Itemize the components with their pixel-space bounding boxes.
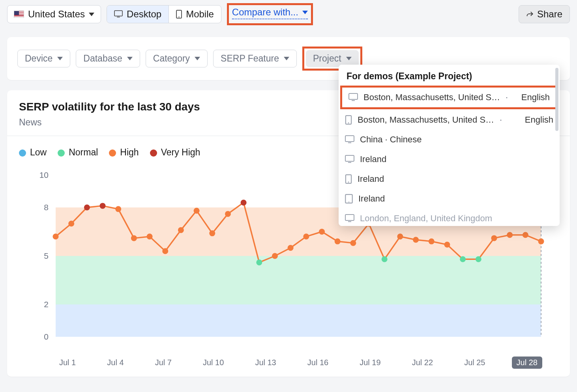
- compare-highlight-box: Compare with...: [227, 3, 313, 25]
- serp-feature-filter[interactable]: SERP Feature: [213, 50, 297, 67]
- mobile-icon: [176, 10, 182, 19]
- svg-point-13: [348, 181, 349, 183]
- dropdown-item[interactable]: Ireland: [339, 149, 560, 169]
- dropdown-item-location: Ireland: [358, 174, 384, 184]
- filter-panel: Device Database Category SERP Feature Pr…: [7, 37, 570, 80]
- svg-rect-1: [117, 17, 120, 17]
- x-axis-label[interactable]: Jul 7: [150, 357, 176, 369]
- svg-rect-19: [56, 256, 541, 304]
- chart-title: SERP volatility for the last 30 days: [19, 101, 200, 113]
- desktop-label: Desktop: [127, 9, 161, 20]
- x-axis-label[interactable]: Jul 16: [303, 357, 333, 369]
- x-axis-label[interactable]: Jul 1: [54, 357, 81, 369]
- project-filter-label: Project: [313, 53, 341, 64]
- dropdown-item-location: China · Chinese: [360, 134, 422, 145]
- svg-point-41: [256, 259, 262, 265]
- svg-text:10: 10: [39, 170, 49, 179]
- dropdown-item[interactable]: China · Chinese: [339, 130, 560, 149]
- mobile-segment[interactable]: Mobile: [169, 6, 221, 23]
- svg-point-7: [348, 122, 349, 123]
- dropdown-item[interactable]: Boston, Massachusetts, United S… ·Englis…: [339, 110, 560, 130]
- svg-point-34: [147, 233, 153, 239]
- legend-high[interactable]: High: [109, 147, 139, 158]
- svg-point-43: [288, 245, 294, 251]
- svg-point-57: [507, 232, 513, 238]
- device-filter[interactable]: Device: [17, 50, 70, 67]
- x-axis-label[interactable]: Jul 25: [459, 357, 490, 369]
- svg-point-56: [491, 235, 497, 241]
- svg-rect-9: [348, 142, 351, 143]
- share-button[interactable]: Share: [519, 5, 570, 23]
- svg-text:5: 5: [44, 251, 49, 260]
- x-axis-label[interactable]: Jul 28: [512, 357, 542, 369]
- dropdown-item[interactable]: Ireland: [339, 169, 560, 189]
- svg-point-35: [162, 248, 168, 254]
- svg-point-46: [335, 239, 341, 245]
- chevron-down-icon: [195, 57, 200, 60]
- dropdown-item-location: Boston, Massachusetts, United S…: [358, 115, 494, 125]
- svg-text:8: 8: [44, 203, 49, 212]
- x-axis-label[interactable]: Jul 19: [355, 357, 385, 369]
- database-filter[interactable]: Database: [76, 50, 140, 67]
- x-axis-label[interactable]: Jul 13: [250, 357, 281, 369]
- svg-point-15: [348, 202, 349, 202]
- svg-point-55: [476, 256, 481, 262]
- dropdown-header: For demos (Example Project): [339, 65, 560, 86]
- svg-point-42: [272, 253, 278, 259]
- share-label: Share: [537, 9, 562, 20]
- svg-point-32: [115, 206, 121, 212]
- svg-rect-0: [114, 11, 122, 16]
- svg-text:2: 2: [44, 300, 49, 309]
- chevron-down-icon: [302, 11, 308, 14]
- svg-point-52: [429, 239, 435, 245]
- x-axis-label[interactable]: Jul 10: [198, 357, 229, 369]
- svg-point-53: [444, 242, 450, 248]
- chart-subtitle: News: [19, 117, 200, 128]
- desktop-icon: [345, 155, 354, 164]
- dropdown-item-location: Ireland: [358, 194, 385, 204]
- svg-point-50: [397, 233, 403, 239]
- svg-point-40: [241, 200, 247, 205]
- dot-low-icon: [19, 149, 26, 157]
- category-filter-label: Category: [153, 53, 190, 64]
- chevron-down-icon: [346, 57, 352, 60]
- chevron-down-icon: [127, 57, 133, 60]
- svg-rect-5: [352, 100, 355, 101]
- desktop-icon: [348, 93, 358, 102]
- mobile-label: Mobile: [186, 9, 214, 20]
- svg-point-51: [413, 237, 419, 243]
- dropdown-item-location: Boston, Massachusetts, United S…: [363, 92, 500, 103]
- svg-point-49: [382, 256, 388, 262]
- legend-vhigh[interactable]: Very High: [150, 147, 200, 158]
- svg-point-30: [84, 205, 90, 211]
- legend-low[interactable]: Low: [19, 147, 47, 158]
- tablet-icon: [345, 194, 353, 203]
- country-selector[interactable]: United States: [7, 5, 101, 23]
- desktop-icon: [114, 10, 123, 18]
- dot-vhigh-icon: [150, 149, 157, 157]
- dropdown-item[interactable]: Boston, Massachusetts, United S… ·Englis…: [342, 88, 556, 107]
- legend-normal[interactable]: Normal: [58, 147, 98, 158]
- dropdown-item[interactable]: London, England, United Kingdom: [339, 209, 560, 224]
- x-axis-label[interactable]: Jul 22: [407, 357, 438, 369]
- svg-point-33: [131, 235, 137, 241]
- compare-label: Compare with...: [232, 7, 298, 18]
- dropdown-item[interactable]: Ireland: [339, 189, 560, 209]
- dropdown-item-lang: English: [521, 92, 550, 103]
- country-label: United States: [28, 9, 85, 20]
- category-filter[interactable]: Category: [146, 50, 208, 67]
- x-axis-label[interactable]: Jul 4: [102, 357, 128, 369]
- compare-with-link[interactable]: Compare with...: [232, 7, 308, 19]
- dot-normal-icon: [58, 149, 65, 157]
- dot-high-icon: [109, 149, 116, 157]
- svg-point-38: [209, 230, 215, 236]
- svg-point-47: [350, 240, 356, 246]
- svg-point-54: [460, 256, 466, 262]
- svg-point-59: [538, 239, 544, 245]
- svg-point-58: [523, 232, 528, 238]
- desktop-segment[interactable]: Desktop: [107, 6, 169, 23]
- svg-point-39: [225, 211, 231, 217]
- device-filter-label: Device: [25, 53, 52, 64]
- chevron-down-icon: [284, 57, 289, 60]
- dropdown-item-location: London, England, United Kingdom: [360, 213, 492, 224]
